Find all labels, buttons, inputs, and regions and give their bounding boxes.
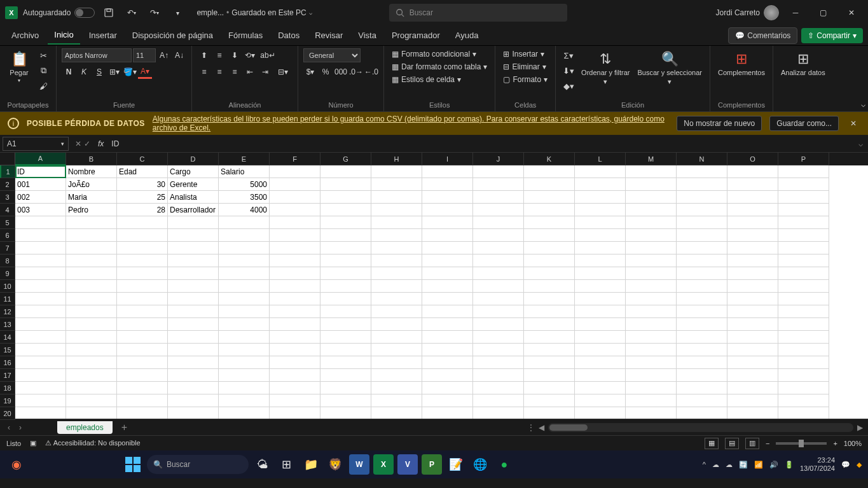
align-top-button[interactable]: ⬆ [197, 48, 211, 62]
undo-button[interactable]: ↶▾ [123, 4, 141, 22]
align-left-button[interactable]: ≡ [197, 65, 211, 79]
cell[interactable] [270, 344, 320, 356]
cell[interactable] [422, 382, 473, 394]
cell[interactable]: Pedro [66, 204, 117, 216]
cell[interactable] [219, 293, 270, 305]
cell[interactable] [270, 331, 320, 344]
cell[interactable] [677, 394, 727, 407]
cell[interactable] [778, 242, 829, 254]
new-sheet-button[interactable]: + [116, 422, 132, 433]
row-header-17[interactable]: 17 [0, 369, 15, 382]
cell[interactable] [371, 293, 422, 305]
col-header-D[interactable]: D [168, 153, 219, 165]
cell[interactable] [270, 254, 320, 267]
cell[interactable] [371, 216, 422, 229]
maximize-button[interactable]: ▢ [812, 4, 835, 22]
cell[interactable]: 30 [117, 178, 168, 191]
row-header-16[interactable]: 16 [0, 356, 15, 369]
row-header-5[interactable]: 5 [0, 216, 15, 229]
cell[interactable] [371, 356, 422, 369]
cell[interactable] [219, 318, 270, 331]
underline-button[interactable]: S [92, 65, 106, 79]
cell[interactable] [677, 293, 727, 305]
cell[interactable] [524, 178, 575, 191]
col-header-A[interactable]: A [15, 153, 66, 165]
cell[interactable] [524, 331, 575, 344]
cell[interactable] [575, 280, 626, 293]
cell[interactable] [371, 204, 422, 216]
row-header-15[interactable]: 15 [0, 344, 15, 356]
cell[interactable] [270, 382, 320, 394]
cell[interactable] [727, 407, 778, 419]
taskbar-explorer-icon[interactable]: 📁 [301, 454, 321, 475]
row-header-2[interactable]: 2 [0, 178, 15, 191]
cell[interactable] [575, 293, 626, 305]
cell[interactable] [270, 394, 320, 407]
cell[interactable] [422, 394, 473, 407]
cell[interactable] [626, 242, 677, 254]
cell[interactable] [778, 382, 829, 394]
cell[interactable] [727, 267, 778, 280]
cell[interactable] [626, 407, 677, 419]
cell[interactable] [524, 280, 575, 293]
cell[interactable] [66, 369, 117, 382]
cell[interactable] [270, 293, 320, 305]
cell[interactable] [524, 318, 575, 331]
warning-close-button[interactable]: ✕ [846, 119, 860, 128]
cell[interactable] [422, 344, 473, 356]
cell[interactable] [320, 242, 371, 254]
cell[interactable] [778, 191, 829, 204]
cell[interactable] [677, 242, 727, 254]
cell[interactable] [371, 407, 422, 419]
cell[interactable] [473, 382, 524, 394]
cell[interactable] [626, 204, 677, 216]
row-header-10[interactable]: 10 [0, 280, 15, 293]
cell[interactable] [371, 178, 422, 191]
cell[interactable] [626, 267, 677, 280]
cell[interactable] [473, 305, 524, 318]
cell[interactable] [320, 305, 371, 318]
autosave-toggle[interactable]: Autoguardado [23, 8, 95, 18]
cell[interactable] [677, 407, 727, 419]
row-header-4[interactable]: 4 [0, 204, 15, 216]
tray-chevron-icon[interactable]: ^ [703, 461, 706, 468]
cell[interactable] [575, 204, 626, 216]
cell[interactable] [117, 242, 168, 254]
cell[interactable] [677, 178, 727, 191]
cell[interactable] [473, 242, 524, 254]
cell[interactable] [371, 394, 422, 407]
cell[interactable] [270, 229, 320, 242]
zoom-in-button[interactable]: + [833, 440, 837, 447]
cell[interactable] [473, 165, 524, 178]
increase-indent-button[interactable]: ⇥ [258, 65, 272, 79]
scroll-right-button[interactable]: ▶ [857, 423, 863, 432]
cell[interactable] [168, 254, 219, 267]
cell[interactable] [727, 178, 778, 191]
no-show-again-button[interactable]: No mostrar de nuevo [677, 116, 762, 131]
cell[interactable] [677, 165, 727, 178]
cell[interactable] [575, 305, 626, 318]
cell[interactable]: ID [15, 165, 66, 178]
cell[interactable] [778, 407, 829, 419]
cell[interactable] [66, 318, 117, 331]
cell[interactable] [473, 293, 524, 305]
cell[interactable] [66, 229, 117, 242]
cell[interactable] [524, 204, 575, 216]
cell[interactable]: 5000 [219, 178, 270, 191]
cell[interactable] [371, 267, 422, 280]
cell[interactable] [422, 293, 473, 305]
system-clock[interactable]: 23:24 13/07/2024 [800, 456, 835, 473]
copilot-icon[interactable]: ◉ [6, 454, 27, 475]
orientation-button[interactable]: ⟲▾ [243, 48, 257, 62]
cell[interactable] [371, 229, 422, 242]
cell[interactable] [168, 394, 219, 407]
cell[interactable] [422, 216, 473, 229]
cell[interactable] [270, 267, 320, 280]
cell[interactable]: JoÃ£o [66, 178, 117, 191]
cell[interactable] [677, 369, 727, 382]
tab-inicio[interactable]: Inicio [48, 26, 79, 45]
copy-button[interactable]: ⧉ [36, 64, 51, 78]
row-header-14[interactable]: 14 [0, 331, 15, 344]
cell[interactable] [320, 204, 371, 216]
analyze-data-button[interactable]: ⊞ Analizar datos [778, 48, 828, 79]
